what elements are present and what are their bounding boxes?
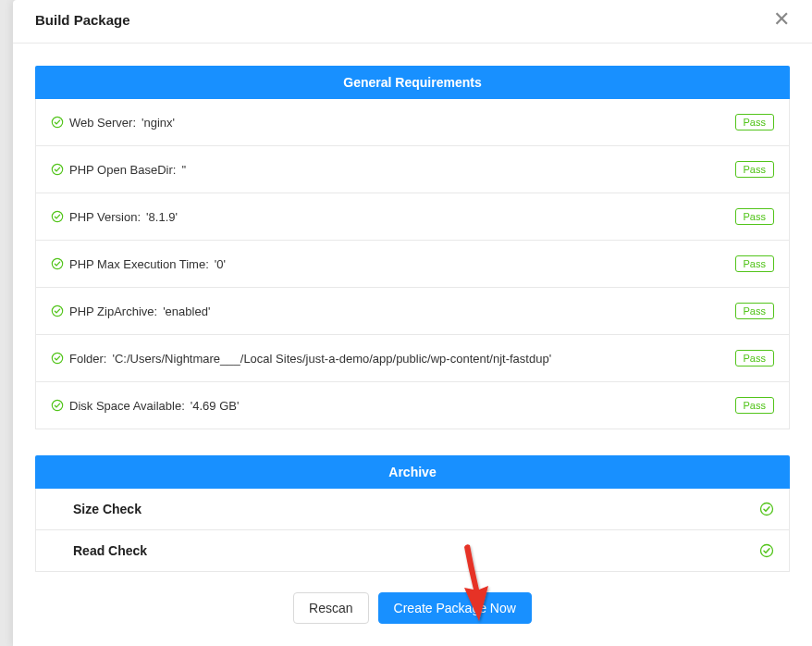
status-badge: Pass [735, 350, 774, 366]
requirement-value: '8.1.9' [146, 210, 178, 224]
status-badge: Pass [735, 255, 774, 272]
status-badge: Pass [735, 114, 774, 130]
archive-row[interactable]: Size Check [36, 489, 789, 530]
modal-footer: Rescan Create Package Now [35, 587, 790, 642]
requirement-row[interactable]: PHP ZipArchive: 'enabled'Pass [36, 288, 789, 335]
build-package-modal: Build Package ✕ General Requirements Web… [13, 0, 812, 646]
requirement-label: Folder: [69, 352, 106, 366]
requirement-info: Web Server: 'nginx' [51, 116, 175, 130]
create-package-button[interactable]: Create Package Now [378, 592, 532, 624]
check-circle-icon [759, 543, 774, 558]
requirement-row[interactable]: Folder: 'C:/Users/Nightmare___/Local Sit… [36, 335, 789, 382]
archive-header: Archive [35, 455, 790, 489]
check-circle-icon [51, 352, 64, 365]
requirement-row[interactable]: PHP Max Execution Time: '0'Pass [36, 241, 789, 288]
modal-backdrop: Build Package ✕ General Requirements Web… [0, 0, 812, 646]
requirement-row[interactable]: Disk Space Available: '4.69 GB'Pass [36, 382, 789, 429]
general-requirements-section: General Requirements Web Server: 'nginx'… [35, 66, 790, 429]
archive-check-label: Size Check [73, 502, 141, 516]
requirement-info: PHP Open BaseDir: '' [51, 163, 186, 177]
archive-check-label: Read Check [73, 543, 147, 558]
check-circle-icon [51, 116, 64, 129]
modal-header: Build Package ✕ [13, 0, 812, 43]
general-requirements-body: Web Server: 'nginx'PassPHP Open BaseDir:… [35, 99, 790, 429]
check-circle-icon [759, 502, 774, 516]
requirement-info: PHP Version: '8.1.9' [51, 210, 178, 224]
requirement-value: 'enabled' [163, 304, 210, 318]
check-circle-icon [51, 399, 64, 412]
requirement-row[interactable]: PHP Open BaseDir: ''Pass [36, 146, 789, 193]
requirement-label: PHP ZipArchive: [69, 304, 157, 318]
check-circle-icon [51, 257, 64, 270]
status-badge: Pass [735, 161, 774, 178]
requirement-info: Folder: 'C:/Users/Nightmare___/Local Sit… [51, 352, 551, 366]
requirement-value: 'C:/Users/Nightmare___/Local Sites/just-… [112, 352, 551, 366]
modal-body: General Requirements Web Server: 'nginx'… [13, 43, 812, 646]
requirement-value: '' [181, 163, 186, 177]
check-circle-icon [51, 163, 64, 176]
requirement-info: Disk Space Available: '4.69 GB' [51, 399, 239, 413]
close-icon[interactable]: ✕ [773, 9, 790, 30]
archive-section: Archive Size CheckRead Check [35, 455, 790, 572]
requirement-label: Web Server: [69, 116, 136, 130]
requirement-label: PHP Open BaseDir: [69, 163, 176, 177]
rescan-button[interactable]: Rescan [293, 592, 368, 624]
requirement-info: PHP ZipArchive: 'enabled' [51, 304, 210, 318]
requirement-row[interactable]: PHP Version: '8.1.9'Pass [36, 193, 789, 241]
archive-row[interactable]: Read Check [36, 530, 789, 571]
requirement-label: Disk Space Available: [69, 399, 185, 413]
status-badge: Pass [735, 208, 774, 225]
requirement-value: '4.69 GB' [191, 399, 240, 413]
general-requirements-header: General Requirements [35, 66, 790, 99]
status-badge: Pass [735, 397, 774, 414]
requirement-info: PHP Max Execution Time: '0' [51, 257, 226, 271]
modal-title: Build Package [35, 12, 130, 28]
status-badge: Pass [735, 303, 774, 319]
archive-body: Size CheckRead Check [35, 489, 790, 572]
requirement-label: PHP Version: [69, 210, 141, 224]
requirement-label: PHP Max Execution Time: [69, 257, 209, 271]
requirement-value: 'nginx' [141, 116, 175, 130]
requirement-value: '0' [215, 257, 226, 271]
requirement-row[interactable]: Web Server: 'nginx'Pass [36, 99, 789, 146]
check-circle-icon [51, 210, 64, 223]
check-circle-icon [51, 304, 64, 317]
